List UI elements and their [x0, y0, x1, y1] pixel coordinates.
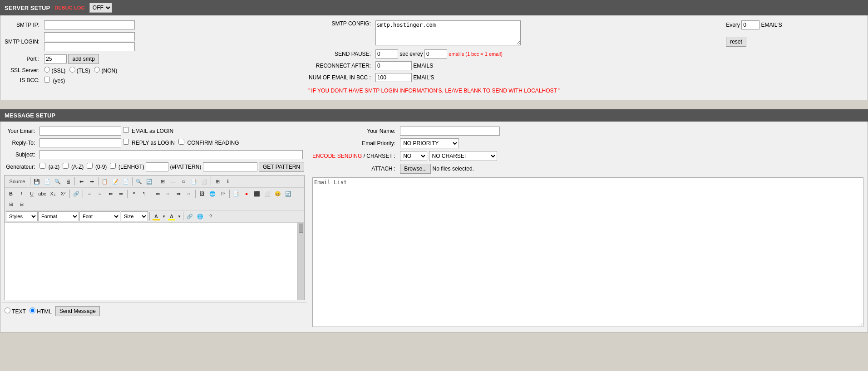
- indent-btn[interactable]: ⬅: [105, 189, 115, 199]
- num-email-bcc-input[interactable]: [375, 73, 412, 82]
- ssl-radio[interactable]: [44, 67, 50, 73]
- confirm-reading-checkbox[interactable]: [178, 139, 184, 145]
- email-priority-select[interactable]: NO PRIORITY: [400, 138, 459, 148]
- undo-btn[interactable]: ⬅: [76, 176, 86, 186]
- link2-btn[interactable]: 🔗: [185, 211, 195, 221]
- find-btn[interactable]: 🔍: [134, 176, 144, 186]
- image-btn[interactable]: 🖼: [197, 189, 207, 199]
- reset-button[interactable]: reset: [726, 37, 746, 47]
- smtp-config-textarea[interactable]: <span data-bind="serverSetup.smtpConfigV…: [375, 20, 521, 45]
- ol-btn[interactable]: ≡: [84, 189, 94, 199]
- confirm-reading-label[interactable]: CONFIRM READING: [178, 140, 239, 146]
- reply-to-input[interactable]: [39, 138, 121, 147]
- text-radio[interactable]: [5, 308, 10, 313]
- size-select[interactable]: Size: [121, 211, 148, 221]
- font-color-btn[interactable]: A: [151, 211, 161, 221]
- tls-radio[interactable]: [69, 67, 75, 73]
- outdent-btn[interactable]: ➡: [116, 189, 126, 199]
- font-color-dropdown[interactable]: ▼: [162, 211, 166, 221]
- square2-btn[interactable]: ⬜: [262, 189, 272, 199]
- smiley-btn[interactable]: ☺: [178, 176, 188, 186]
- save-btn[interactable]: 💾: [32, 176, 42, 186]
- sup-btn[interactable]: X²: [58, 189, 68, 199]
- showblocks-btn[interactable]: ⊞: [212, 176, 222, 186]
- preview-btn[interactable]: 🔍: [53, 176, 63, 186]
- add-btn[interactable]: ⊞: [6, 199, 16, 209]
- paste-btn[interactable]: 📋: [100, 176, 110, 186]
- charset-select[interactable]: NO: [400, 151, 427, 161]
- non-radio-label[interactable]: (NON): [94, 68, 117, 74]
- underline-btn[interactable]: U: [27, 189, 37, 199]
- reply-as-login-label[interactable]: REPLY as LOGIN: [123, 140, 177, 146]
- email-as-login-label[interactable]: EMAIL as LOGIN: [123, 128, 174, 134]
- your-name-input[interactable]: [400, 127, 500, 136]
- paste-text-btn[interactable]: 📝: [110, 176, 120, 186]
- pattern-input[interactable]: [203, 162, 257, 171]
- tls-radio-label[interactable]: (TLS): [69, 68, 90, 74]
- send-message-button[interactable]: Send Message: [55, 306, 100, 316]
- font-select[interactable]: Font: [79, 211, 120, 221]
- format-select[interactable]: Format: [38, 211, 79, 221]
- replace-btn[interactable]: 🔄: [144, 176, 154, 186]
- ul-btn[interactable]: ≡: [95, 189, 105, 199]
- styles-select[interactable]: Styles: [6, 211, 38, 221]
- newpage-btn[interactable]: 📄: [42, 176, 52, 186]
- print-btn[interactable]: 🖨: [63, 176, 73, 186]
- iframe-btn[interactable]: 📑: [189, 176, 199, 186]
- bold-btn[interactable]: B: [6, 189, 16, 199]
- align-left-btn[interactable]: ⬅: [153, 189, 163, 199]
- italic-btn[interactable]: I: [16, 189, 26, 199]
- is-bcc-checkbox[interactable]: [44, 77, 50, 83]
- hr-btn[interactable]: —: [168, 176, 178, 186]
- align-justify-btn[interactable]: ↔: [184, 189, 194, 199]
- zero-nine-checkbox[interactable]: [87, 163, 93, 169]
- html-radio-label[interactable]: HTML: [30, 308, 52, 315]
- non-radio[interactable]: [94, 67, 100, 73]
- smtp-login-input[interactable]: [44, 32, 135, 41]
- refresh-btn[interactable]: 🔄: [283, 189, 293, 199]
- browse-button[interactable]: Browse...: [400, 164, 431, 174]
- link-btn[interactable]: 🔗: [71, 189, 81, 199]
- html-radio[interactable]: [30, 308, 35, 313]
- editor-scrollbar[interactable]: [297, 223, 304, 300]
- sub-btn[interactable]: X₂: [48, 189, 58, 199]
- image2-btn[interactable]: 🌐: [195, 211, 205, 221]
- no-charset-select[interactable]: NO CHARSET: [429, 151, 497, 161]
- remove-btn[interactable]: ⊟: [16, 199, 26, 209]
- az-checkbox[interactable]: [39, 163, 45, 169]
- template-btn[interactable]: 📑: [231, 189, 241, 199]
- strike-btn[interactable]: abc: [37, 189, 47, 199]
- blockquote-btn[interactable]: ❝: [129, 189, 139, 199]
- every-input[interactable]: [741, 20, 760, 29]
- sec-every-input[interactable]: [424, 49, 447, 59]
- send-pause-input[interactable]: [375, 49, 398, 59]
- circle-btn[interactable]: ●: [242, 189, 252, 199]
- square-btn[interactable]: ⬛: [252, 189, 262, 199]
- bg-color-dropdown[interactable]: ▼: [177, 211, 182, 221]
- paste-word-btn[interactable]: 📄: [121, 176, 131, 186]
- az-upper-checkbox[interactable]: [63, 163, 69, 169]
- port-input[interactable]: [44, 54, 67, 63]
- pagebreak-btn[interactable]: ⬜: [199, 176, 209, 186]
- text-radio-label[interactable]: TEXT: [5, 308, 26, 315]
- get-pattern-button[interactable]: GET PATTERN: [259, 162, 304, 172]
- align-right-btn[interactable]: ➡: [173, 189, 183, 199]
- source-btn[interactable]: Source: [6, 176, 29, 186]
- redo-btn[interactable]: ➡: [87, 176, 97, 186]
- ssl-radio-label[interactable]: (SSL): [44, 68, 65, 74]
- add-smtp-button[interactable]: add smtp: [68, 54, 99, 64]
- smtp-ip-input[interactable]: [44, 20, 135, 29]
- subject-input[interactable]: [39, 150, 303, 159]
- table-btn[interactable]: ⊞: [158, 176, 168, 186]
- emoji-btn[interactable]: 😀: [273, 189, 283, 199]
- length-input[interactable]: [146, 162, 168, 171]
- reply-as-login-checkbox[interactable]: [123, 139, 129, 145]
- reconnect-input[interactable]: [375, 61, 412, 70]
- bg-color-btn[interactable]: A: [167, 211, 177, 221]
- help-btn[interactable]: ?: [206, 211, 216, 221]
- email-list-textarea[interactable]: Email List: [312, 177, 863, 327]
- length-checkbox[interactable]: [110, 163, 116, 169]
- align-center-btn[interactable]: ↔: [163, 189, 173, 199]
- debug-toggle[interactable]: OFF ON: [89, 3, 112, 13]
- editor-content-area[interactable]: [5, 223, 297, 300]
